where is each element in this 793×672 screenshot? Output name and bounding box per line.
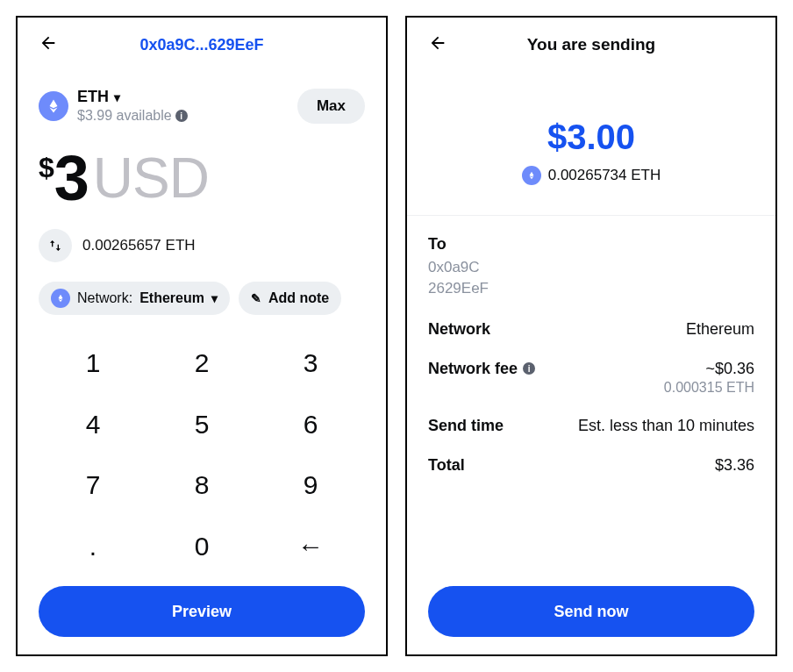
to-block: To 0x0a9C 2629EeF [428,235,754,299]
swap-currency-button[interactable] [39,229,72,262]
send-time-row: Send time Est. less than 10 minutes [428,417,754,435]
to-label: To [428,235,754,254]
key-9[interactable]: 9 [256,455,365,517]
currency-symbol: $ [39,152,53,184]
network-selector-chip[interactable]: Network: Ethereum ▾ [39,282,230,315]
key-0[interactable]: 0 [147,516,256,577]
key-6[interactable]: 6 [256,394,365,455]
send-time-value: Est. less than 10 minutes [578,417,754,435]
total-value: $3.36 [715,456,754,475]
network-row: Network Ethereum [428,320,754,339]
eth-icon [51,289,70,308]
arrow-left-icon [428,33,447,53]
eth-icon [39,91,68,121]
key-3[interactable]: 3 [256,332,365,394]
converted-amount: 0.00265657 ETH [82,237,196,254]
key-8[interactable]: 8 [147,455,256,517]
max-button[interactable]: Max [297,89,365,124]
amount-display: $ 3 USD [39,147,365,210]
currency-code: USD [93,150,209,206]
asset-selector[interactable]: ETH ▾ [77,88,289,106]
asset-selector-row: ETH ▾ $3.99 available i Max [39,88,365,124]
info-icon[interactable]: i [523,362,535,375]
conversion-row: 0.00265657 ETH [39,229,365,262]
divider [407,215,775,216]
send-time-label: Send time [428,417,504,435]
key-4[interactable]: 4 [39,394,147,455]
network-name: Ethereum [139,290,204,306]
header: You are sending [428,32,754,58]
asset-symbol: ETH [77,88,109,106]
total-row: Total $3.36 [428,456,754,475]
amount-value: 3 [54,147,88,210]
key-backspace[interactable]: ← [256,516,365,577]
key-2[interactable]: 2 [147,332,256,394]
pencil-icon: ✎ [251,291,261,305]
numeric-keypad: 1 2 3 4 5 6 7 8 9 . 0 ← [39,332,365,577]
info-icon[interactable]: i [175,110,188,122]
header: 0x0a9C...629EeF [39,32,365,58]
network-fee-usd: ~$0.36 [664,360,754,378]
available-balance: $3.99 available i [77,108,289,124]
key-1[interactable]: 1 [39,332,147,394]
add-note-label: Add note [268,290,329,306]
page-title: You are sending [527,35,655,54]
key-dot[interactable]: . [39,516,147,577]
send-confirm-screen: You are sending $3.00 0.00265734 ETH To … [405,16,777,656]
preview-button[interactable]: Preview [39,586,365,637]
network-label: Network [428,320,490,339]
network-value: Ethereum [686,320,754,339]
back-button[interactable] [39,33,58,56]
chevron-down-icon: ▾ [211,291,218,305]
send-now-button[interactable]: Send now [428,586,754,637]
add-note-button[interactable]: ✎ Add note [239,282,341,315]
arrow-left-icon [39,33,58,53]
key-5[interactable]: 5 [147,394,256,455]
network-fee-eth: 0.000315 ETH [664,380,754,396]
send-entry-screen: 0x0a9C...629EeF ETH ▾ $3.99 available i … [16,16,388,656]
back-button[interactable] [428,33,447,56]
sending-amount-usd: $3.00 [428,118,754,157]
network-fee-label: Network fee [428,360,518,378]
recipient-address-link[interactable]: 0x0a9C...629EeF [139,36,263,54]
key-7[interactable]: 7 [39,455,147,517]
swap-icon [48,239,62,253]
total-label: Total [428,456,465,475]
chevron-down-icon: ▾ [114,90,120,104]
options-row: Network: Ethereum ▾ ✎ Add note [39,282,365,315]
sending-amount-eth: 0.00265734 ETH [548,167,661,184]
eth-icon [522,166,541,185]
network-prefix-label: Network: [77,290,132,306]
sending-amount-eth-row: 0.00265734 ETH [428,166,754,185]
to-address: 0x0a9C 2629EeF [428,257,754,299]
network-fee-row: Network fee i ~$0.36 0.000315 ETH [428,360,754,396]
